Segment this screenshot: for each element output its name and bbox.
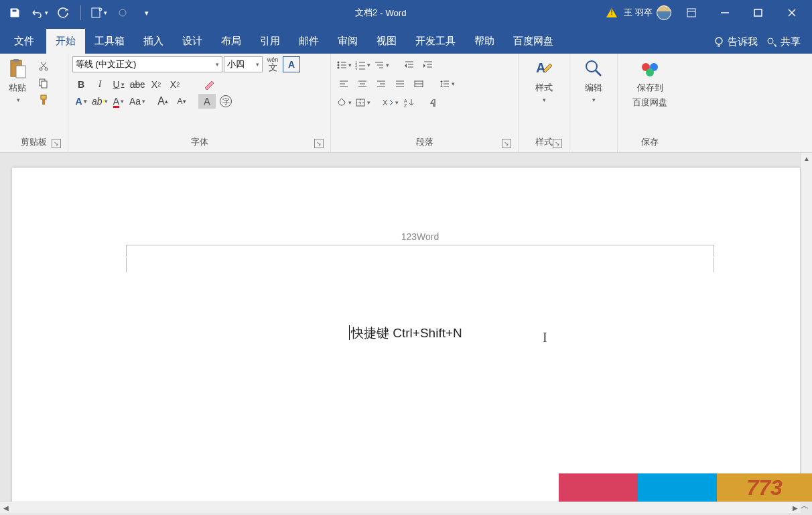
line-spacing-icon[interactable]: ▾: [438, 76, 456, 91]
align-right-icon[interactable]: [373, 76, 390, 91]
strikethrough-button[interactable]: abc: [129, 77, 146, 92]
user-account[interactable]: 王 羽卒: [606, 5, 671, 20]
tab-developer[interactable]: 开发工具: [406, 29, 465, 54]
redo-icon[interactable]: [54, 3, 72, 22]
horizontal-scrollbar[interactable]: ◀ ▶: [0, 502, 801, 513]
tab-home[interactable]: 开始: [46, 29, 85, 54]
header-boundary: [126, 245, 714, 257]
svg-text:Z: Z: [404, 103, 407, 107]
character-border-icon[interactable]: A: [283, 56, 300, 72]
shading-icon[interactable]: ▾: [335, 95, 352, 110]
font-launcher[interactable]: ↘: [314, 139, 324, 148]
styles-launcher[interactable]: ↘: [553, 139, 562, 148]
svg-line-19: [42, 62, 46, 68]
scroll-left-icon[interactable]: ◀: [0, 502, 11, 514]
clipboard-launcher[interactable]: ↘: [52, 139, 61, 148]
scroll-right-icon[interactable]: ▶: [789, 502, 801, 514]
ribbon-mode-icon[interactable]: [678, 3, 705, 22]
group-label-editing: [573, 137, 613, 151]
tab-file[interactable]: 文件: [2, 29, 46, 54]
grow-font-icon[interactable]: A▴: [154, 94, 172, 109]
tab-mailings[interactable]: 邮件: [289, 29, 328, 54]
font-color-icon[interactable]: A▾: [110, 94, 127, 109]
group-label-styles: 样式: [535, 137, 553, 147]
enclose-characters-icon[interactable]: 字: [217, 94, 234, 109]
document-body-text[interactable]: 快捷键 Ctrl+Shift+N: [349, 325, 462, 342]
tab-design[interactable]: 设计: [173, 29, 212, 54]
cut-icon[interactable]: [35, 59, 52, 74]
window-title: 文档2 - Word: [161, 7, 600, 19]
styles-button[interactable]: A 样式▾: [531, 56, 557, 105]
qat-more-icon[interactable]: ▾: [137, 3, 156, 22]
copy-icon[interactable]: [35, 76, 52, 91]
minimize-icon[interactable]: [712, 3, 738, 22]
superscript-button[interactable]: X2: [166, 77, 184, 92]
svg-point-25: [337, 62, 339, 64]
page-header[interactable]: 123Word: [126, 231, 714, 257]
tab-references[interactable]: 引用: [251, 29, 289, 54]
ribbon: 粘贴 ▾ 剪贴板↘ 等线 (中文正文)▾ 小四▾ wén文 A B I U▾: [0, 54, 812, 153]
decrease-indent-icon[interactable]: [401, 58, 418, 72]
bold-button[interactable]: B: [72, 77, 90, 92]
collapse-ribbon-icon[interactable]: ︿: [800, 500, 809, 512]
document-area[interactable]: 123Word 快捷键 Ctrl+Shift+N I: [0, 153, 812, 502]
tab-view[interactable]: 视图: [367, 29, 406, 54]
tab-toolbox[interactable]: 工具箱: [85, 29, 134, 54]
undo-icon[interactable]: ▾: [29, 3, 48, 22]
paragraph-launcher[interactable]: ↘: [502, 139, 511, 148]
maximize-icon[interactable]: [745, 3, 772, 22]
align-left-icon[interactable]: [335, 76, 352, 91]
font-size-combo[interactable]: 小四▾: [224, 56, 263, 72]
tab-review[interactable]: 审阅: [328, 29, 367, 54]
numbering-icon[interactable]: 123▾: [354, 58, 371, 72]
app-name: Word: [386, 8, 407, 18]
increase-indent-icon[interactable]: [419, 58, 437, 72]
subscript-button[interactable]: X2: [147, 77, 165, 92]
italic-button[interactable]: I: [91, 77, 109, 92]
change-case-icon[interactable]: Aa▾: [129, 94, 146, 109]
tab-help[interactable]: 帮助: [465, 29, 504, 54]
distributed-icon[interactable]: [410, 76, 427, 91]
svg-line-75: [596, 70, 601, 76]
svg-text:A: A: [404, 99, 407, 103]
tab-baidu[interactable]: 百度网盘: [504, 29, 563, 54]
bullets-icon[interactable]: ▾: [335, 58, 352, 72]
clear-formatting-icon[interactable]: [198, 77, 220, 92]
text-direction-icon[interactable]: X▾: [382, 95, 399, 110]
touch-mode-icon[interactable]: ▾: [89, 3, 108, 22]
svg-rect-16: [16, 66, 25, 78]
align-justify-icon[interactable]: [391, 76, 409, 91]
svg-point-12: [768, 38, 773, 44]
text-effects-icon[interactable]: A▾: [72, 94, 90, 109]
phonetic-guide-icon[interactable]: wén文: [264, 56, 281, 72]
shrink-font-icon[interactable]: A▾: [173, 94, 190, 109]
borders-icon[interactable]: ▾: [354, 95, 371, 110]
save-icon[interactable]: [5, 3, 24, 22]
underline-button[interactable]: U▾: [110, 77, 127, 92]
format-painter-icon[interactable]: [35, 93, 52, 107]
save-baidu-button[interactable]: 保存到 百度网盘: [630, 56, 670, 110]
scroll-up-icon[interactable]: ▲: [801, 153, 812, 164]
user-name: 王 羽卒: [624, 7, 653, 19]
header-text[interactable]: 123Word: [126, 231, 714, 245]
vertical-scrollbar[interactable]: ▲ ▼: [801, 153, 812, 502]
tab-insert[interactable]: 插入: [134, 29, 173, 54]
show-marks-icon[interactable]: [425, 95, 442, 110]
paste-button[interactable]: 粘贴 ▾: [4, 56, 31, 105]
multilevel-list-icon[interactable]: ▾: [373, 58, 390, 72]
tab-layout[interactable]: 布局: [212, 29, 251, 54]
editing-button[interactable]: 编辑▾: [580, 56, 607, 105]
share-button[interactable]: 共享: [766, 36, 801, 48]
close-icon[interactable]: [779, 3, 805, 22]
highlight-icon[interactable]: ab▾: [91, 94, 109, 109]
record-off-icon[interactable]: [113, 3, 132, 22]
character-shading-icon[interactable]: A: [198, 94, 216, 109]
align-center-icon[interactable]: [354, 76, 371, 91]
svg-text:A: A: [536, 60, 545, 75]
svg-rect-22: [42, 81, 47, 88]
group-label-baidu: 保存: [641, 137, 659, 147]
page[interactable]: 123Word 快捷键 Ctrl+Shift+N I: [12, 168, 800, 502]
sort-icon[interactable]: AZ: [401, 95, 418, 110]
tell-me[interactable]: 告诉我: [713, 36, 758, 48]
font-name-combo[interactable]: 等线 (中文正文)▾: [72, 56, 222, 72]
